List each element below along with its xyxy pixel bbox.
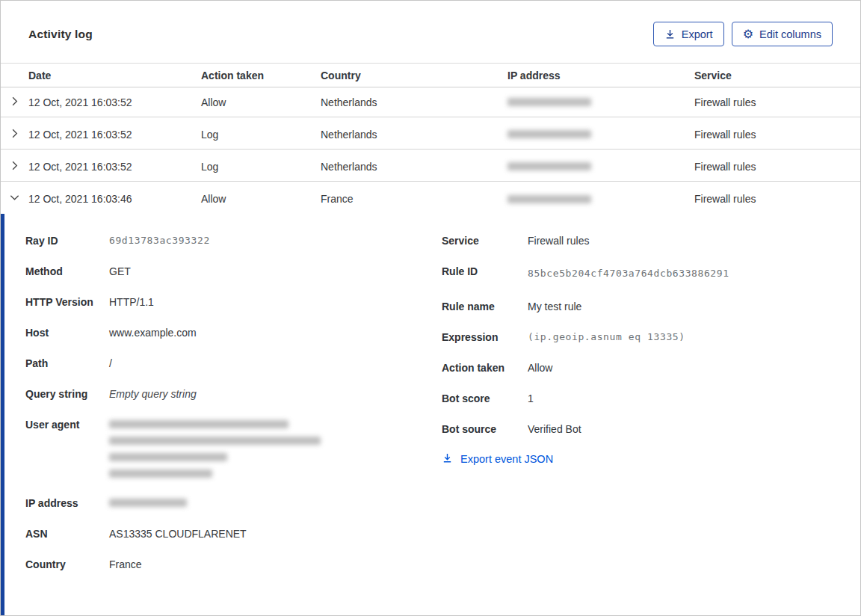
- ray-id-value: 69d13783ac393322: [109, 233, 210, 248]
- detail-row-expression: Expression (ip.geoip.asnum eq 13335): [442, 330, 833, 345]
- expand-row-button[interactable]: [1, 96, 28, 109]
- detail-row-host: Host www.example.com: [25, 325, 423, 340]
- row-ip-address-redacted: [507, 130, 694, 138]
- expand-row-button[interactable]: [1, 160, 28, 173]
- row-service: Firewall rules: [694, 129, 860, 141]
- column-header-ip-address: IP address: [507, 70, 694, 81]
- row-ip-address-redacted: [507, 98, 694, 106]
- expression-value: (ip.geoip.asnum eq 13335): [528, 330, 685, 345]
- rule-name-value: My test rule: [528, 299, 581, 314]
- method-value: GET: [109, 264, 131, 279]
- column-header-service: Service: [694, 70, 860, 81]
- row-date: 12 Oct, 2021 16:03:52: [28, 96, 201, 108]
- download-icon: [664, 28, 676, 40]
- activity-table: Date Action taken Country IP address Ser…: [1, 63, 860, 214]
- column-header-country: Country: [321, 70, 507, 81]
- export-button-label: Export: [682, 28, 713, 40]
- collapse-row-button[interactable]: [1, 192, 28, 206]
- detail-row-service: Service Firewall rules: [442, 233, 833, 248]
- detail-row-bot-score: Bot score 1: [442, 391, 833, 406]
- header: Activity log Export ⚙ Edit columns: [1, 1, 860, 46]
- column-header-date: Date: [28, 70, 201, 81]
- detail-row-path: Path /: [25, 356, 423, 371]
- ip-address-value-redacted: [109, 496, 187, 507]
- asn-value: AS13335 CLOUDFLARENET: [109, 526, 247, 541]
- detail-row-bot-source: Bot source Verified Bot: [442, 422, 833, 437]
- detail-row-action-taken: Action taken Allow: [442, 360, 833, 375]
- detail-row-http-version: HTTP Version HTTP/1.1: [25, 295, 423, 309]
- row-action-taken: Log: [201, 161, 321, 173]
- detail-row-ip-address: IP address: [25, 496, 423, 511]
- detail-row-rule-name: Rule name My test rule: [442, 299, 833, 314]
- gear-icon: ⚙: [743, 28, 753, 40]
- chevron-down-icon: [9, 192, 20, 206]
- detail-row-rule-id: Rule ID 85bce5b204cf4703a764dcb633886291: [442, 264, 833, 283]
- event-detail-right-column: Service Firewall rules Rule ID 85bce5b20…: [442, 233, 833, 608]
- row-service: Firewall rules: [694, 161, 860, 173]
- path-value: /: [109, 356, 112, 371]
- row-ip-address-redacted: [507, 162, 694, 170]
- row-service: Firewall rules: [694, 193, 860, 205]
- expand-row-button[interactable]: [1, 128, 28, 141]
- export-button[interactable]: Export: [653, 22, 724, 46]
- row-date: 12 Oct, 2021 16:03:46: [28, 193, 201, 205]
- detail-row-country: Country France: [25, 557, 423, 572]
- row-action-taken: Allow: [201, 96, 321, 108]
- edit-columns-button-label: Edit columns: [759, 28, 821, 40]
- column-header-action-taken: Action taken: [201, 70, 321, 81]
- row-country: Netherlands: [321, 96, 507, 108]
- detail-row-query-string: Query string Empty query string: [25, 386, 423, 401]
- event-detail-panel: Ray ID 69d13783ac393322 Method GET HTTP …: [1, 214, 860, 615]
- export-event-json-link[interactable]: Export event JSON: [442, 452, 833, 466]
- event-detail-left-column: Ray ID 69d13783ac393322 Method GET HTTP …: [25, 233, 423, 608]
- row-country: Netherlands: [321, 129, 507, 141]
- row-country: Netherlands: [321, 161, 507, 173]
- service-value: Firewall rules: [528, 233, 589, 248]
- activity-log-panel: Activity log Export ⚙ Edit columns Date …: [0, 0, 861, 616]
- export-event-json-label: Export event JSON: [460, 453, 553, 465]
- table-body: 12 Oct, 2021 16:03:52 Allow Netherlands …: [1, 87, 860, 214]
- detail-row-method: Method GET: [25, 264, 423, 279]
- user-agent-value-redacted: [109, 417, 321, 478]
- row-country: France: [321, 193, 507, 205]
- table-row-expanded[interactable]: 12 Oct, 2021 16:03:46 Allow France Firew…: [1, 184, 860, 214]
- row-service: Firewall rules: [694, 96, 860, 108]
- query-string-value: Empty query string: [109, 386, 197, 401]
- table-row[interactable]: 12 Oct, 2021 16:03:52 Allow Netherlands …: [1, 87, 860, 117]
- table-row[interactable]: 12 Oct, 2021 16:03:52 Log Netherlands Fi…: [1, 120, 860, 150]
- page-title: Activity log: [28, 28, 93, 41]
- http-version-value: HTTP/1.1: [109, 295, 154, 309]
- toolbar: Export ⚙ Edit columns: [653, 22, 833, 46]
- bot-source-value: Verified Bot: [528, 422, 581, 437]
- detail-row-user-agent: User agent: [25, 417, 423, 478]
- row-action-taken: Log: [201, 129, 321, 141]
- download-icon: [442, 452, 453, 466]
- edit-columns-button[interactable]: ⚙ Edit columns: [732, 22, 833, 46]
- country-value: France: [109, 557, 142, 572]
- row-date: 12 Oct, 2021 16:03:52: [28, 129, 201, 141]
- row-date: 12 Oct, 2021 16:03:52: [28, 161, 201, 173]
- action-taken-value: Allow: [528, 360, 552, 375]
- rule-id-value: 85bce5b204cf4703a764dcb633886291: [528, 264, 729, 283]
- table-header-row: Date Action taken Country IP address Ser…: [1, 63, 860, 87]
- table-row[interactable]: 12 Oct, 2021 16:03:52 Log Netherlands Fi…: [1, 152, 860, 182]
- row-ip-address-redacted: [507, 195, 694, 203]
- chevron-right-icon: [9, 128, 20, 141]
- bot-score-value: 1: [528, 391, 534, 406]
- host-value: www.example.com: [109, 325, 197, 340]
- chevron-right-icon: [9, 96, 20, 109]
- detail-row-asn: ASN AS13335 CLOUDFLARENET: [25, 526, 423, 541]
- row-action-taken: Allow: [201, 193, 321, 205]
- detail-row-ray-id: Ray ID 69d13783ac393322: [25, 233, 423, 248]
- chevron-right-icon: [9, 160, 20, 173]
